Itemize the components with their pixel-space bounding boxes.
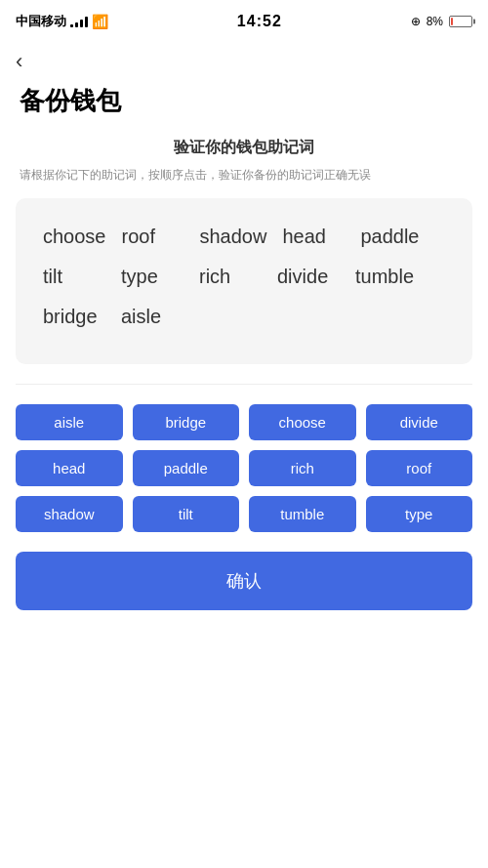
confirm-button[interactable]: 确认 <box>16 552 472 610</box>
confirm-btn-wrapper: 确认 <box>16 552 472 610</box>
back-button[interactable]: ‹ <box>16 51 22 72</box>
word-button[interactable]: paddle <box>133 450 240 486</box>
status-time: 14:52 <box>237 13 282 30</box>
page-title: 备份钱包 <box>0 76 488 138</box>
word-button[interactable]: divide <box>366 404 473 440</box>
word-button[interactable]: shadow <box>16 496 123 532</box>
wifi-icon: 📶 <box>92 14 108 29</box>
word-button[interactable]: tumble <box>249 496 356 532</box>
display-word: aisle <box>113 302 191 332</box>
divider <box>16 384 472 385</box>
word-button[interactable]: aisle <box>16 404 123 440</box>
display-word: roof <box>114 222 192 252</box>
word-display-grid: chooseroofshadowheadpaddletilttyperichdi… <box>35 222 453 332</box>
display-word: rich <box>191 262 269 292</box>
section-title: 验证你的钱包助记词 <box>0 138 488 158</box>
display-word: shadow <box>192 222 275 252</box>
status-right: ⊕ 8% <box>411 15 472 28</box>
display-word: tilt <box>35 262 113 292</box>
word-button[interactable]: tilt <box>133 496 240 532</box>
status-bar: 中国移动 📶 14:52 ⊕ 8% <box>0 0 488 43</box>
nav-bar: ‹ <box>0 43 488 76</box>
word-buttons-area: aislebridgechoosedivideheadpaddlerichroo… <box>0 404 488 532</box>
word-button[interactable]: choose <box>249 404 356 440</box>
battery-label: ⊕ <box>411 15 421 28</box>
carrier-label: 中国移动 <box>16 13 66 30</box>
word-display-area: chooseroofshadowheadpaddletilttyperichdi… <box>16 198 472 364</box>
battery-icon <box>449 16 472 27</box>
display-word: tumble <box>347 262 426 292</box>
status-left: 中国移动 📶 <box>16 13 108 30</box>
display-word: bridge <box>35 302 113 332</box>
word-button[interactable]: type <box>366 496 473 532</box>
section-desc: 请根据你记下的助记词，按顺序点击，验证你备份的助记词正确无误 <box>0 166 488 185</box>
word-button[interactable]: head <box>16 450 123 486</box>
display-word: divide <box>269 262 347 292</box>
display-word: head <box>274 222 352 252</box>
battery-percent: 8% <box>427 15 443 28</box>
word-button[interactable]: roof <box>366 450 473 486</box>
word-button[interactable]: rich <box>249 450 356 486</box>
word-button[interactable]: bridge <box>133 404 240 440</box>
signal-icon <box>70 16 88 27</box>
display-word: paddle <box>352 222 430 252</box>
display-word: choose <box>35 222 114 252</box>
display-word: type <box>113 262 191 292</box>
